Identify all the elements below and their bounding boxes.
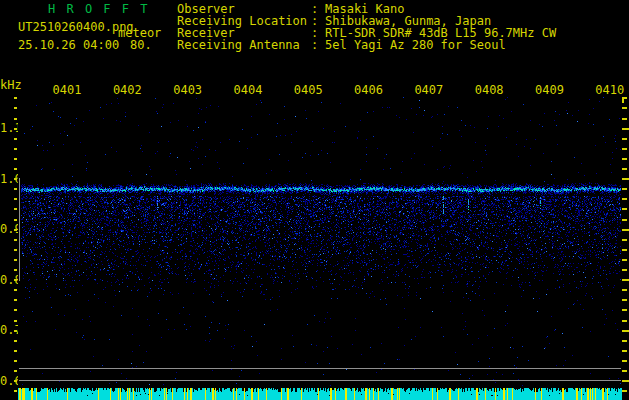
freq-right-tick <box>622 118 627 120</box>
freq-right-tick <box>622 168 627 170</box>
freq-minor-tick <box>14 208 17 210</box>
freq-right-tick <box>622 259 627 261</box>
freq-minor-tick <box>14 309 17 311</box>
freq-minor-tick <box>14 330 17 332</box>
freq-right-tick <box>622 279 629 281</box>
time-tick-label: 0404 <box>232 84 262 96</box>
freq-minor-tick <box>14 219 17 221</box>
freq-minor-tick <box>14 107 17 109</box>
y-axis-unit-label: kHz <box>0 79 22 91</box>
spectrogram-canvas <box>18 96 622 400</box>
freq-right-tick <box>622 330 629 332</box>
freq-right-tick <box>622 148 627 150</box>
freq-minor-tick <box>14 178 17 180</box>
freq-right-tick <box>622 188 627 190</box>
freq-minor-tick <box>14 360 17 362</box>
freq-minor-tick <box>14 128 17 130</box>
freq-minor-tick <box>14 118 17 120</box>
output-filename: UT2510260400.png <box>18 21 134 33</box>
info-separator: : <box>311 39 318 51</box>
time-tick-label: 0406 <box>353 84 383 96</box>
datetime-label: 25.10.26 04:00 <box>18 39 119 51</box>
hrofft-screen: H R O F F T UT2510260400.png meteor 25.1… <box>0 0 629 400</box>
freq-minor-tick <box>14 239 17 241</box>
freq-minor-tick <box>14 340 17 342</box>
freq-minor-tick <box>14 269 17 271</box>
freq-right-tick <box>622 340 627 342</box>
freq-minor-tick <box>14 158 17 160</box>
freq-right-tick <box>622 128 629 130</box>
freq-right-tick <box>622 390 627 392</box>
freq-minor-tick <box>14 259 17 261</box>
freq-minor-tick <box>14 289 17 291</box>
time-tick-label: 0407 <box>413 84 443 96</box>
time-tick-label: 0401 <box>52 84 82 96</box>
time-tick-label: 0408 <box>474 84 504 96</box>
time-tick-label: 0402 <box>112 84 142 96</box>
freq-minor-tick <box>14 299 17 301</box>
freq-right-tick <box>622 107 627 109</box>
time-tick-label: 0403 <box>172 84 202 96</box>
freq-right-tick <box>622 138 627 140</box>
freq-minor-tick <box>14 229 17 231</box>
noise-count-value: 80. <box>130 39 152 51</box>
time-tick-label: 0405 <box>293 84 323 96</box>
freq-minor-tick <box>14 370 17 372</box>
freq-right-tick <box>622 350 627 352</box>
freq-minor-tick <box>14 249 17 251</box>
time-tick-label: 0409 <box>534 84 564 96</box>
reference-line-upper <box>19 368 621 369</box>
freq-minor-tick <box>14 380 17 382</box>
freq-minor-tick <box>14 138 17 140</box>
freq-minor-tick <box>14 390 17 392</box>
freq-minor-tick <box>14 188 17 190</box>
freq-right-tick <box>622 208 627 210</box>
freq-right-tick <box>622 320 627 322</box>
info-value: 5el Yagi Az 280 for Seoul <box>325 39 506 51</box>
freq-right-tick <box>622 370 627 372</box>
freq-right-tick <box>622 309 627 311</box>
freq-right-tick <box>622 229 629 231</box>
freq-right-tick <box>622 158 627 160</box>
freq-right-tick <box>622 239 627 241</box>
freq-right-tick <box>622 178 629 180</box>
left-scale-bar <box>19 178 20 281</box>
info-label: Receiving Antenna <box>177 39 300 51</box>
freq-right-tick <box>622 269 627 271</box>
freq-minor-tick <box>14 168 17 170</box>
freq-right-tick <box>622 249 627 251</box>
freq-right-tick <box>622 289 627 291</box>
freq-minor-tick <box>14 320 17 322</box>
freq-right-tick <box>622 219 627 221</box>
freq-right-tick <box>622 380 629 382</box>
freq-right-tick <box>622 360 627 362</box>
reference-line-lower <box>19 380 621 381</box>
freq-minor-tick <box>14 97 17 99</box>
freq-minor-tick <box>14 198 17 200</box>
freq-right-tick <box>622 97 627 99</box>
app-title: H R O F F T <box>48 3 149 15</box>
freq-right-tick <box>622 198 627 200</box>
freq-minor-tick <box>14 279 17 281</box>
freq-minor-tick <box>14 350 17 352</box>
time-tick-label: 0410 <box>594 84 624 96</box>
freq-minor-tick <box>14 148 17 150</box>
freq-right-tick <box>622 299 627 301</box>
